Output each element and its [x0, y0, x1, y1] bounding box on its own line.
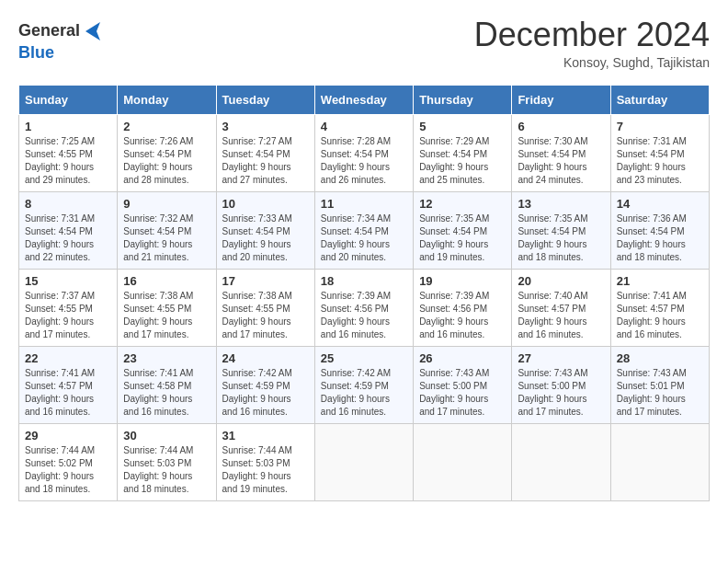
calendar-cell: 15 Sunrise: 7:37 AM Sunset: 4:55 PM Dayl… [19, 270, 118, 347]
day-info: Sunrise: 7:34 AM Sunset: 4:54 PM Dayligh… [321, 213, 407, 264]
calendar-cell: 31 Sunrise: 7:44 AM Sunset: 5:03 PM Dayl… [216, 424, 314, 501]
page-header: General Blue December 2024 Konsoy, Sughd… [18, 18, 710, 70]
day-number: 11 [321, 197, 407, 211]
day-info: Sunrise: 7:35 AM Sunset: 4:54 PM Dayligh… [518, 213, 604, 264]
calendar-cell: 12 Sunrise: 7:35 AM Sunset: 4:54 PM Dayl… [414, 192, 512, 270]
svg-marker-0 [85, 22, 100, 40]
day-info: Sunrise: 7:44 AM Sunset: 5:02 PM Dayligh… [25, 444, 111, 496]
calendar-cell: 22 Sunrise: 7:41 AM Sunset: 4:57 PM Dayl… [19, 347, 118, 424]
column-header-sunday: Sunday [19, 86, 118, 115]
day-info: Sunrise: 7:44 AM Sunset: 5:03 PM Dayligh… [222, 444, 309, 496]
calendar-cell: 21 Sunrise: 7:41 AM Sunset: 4:57 PM Dayl… [610, 270, 709, 347]
column-header-monday: Monday [118, 86, 216, 115]
day-info: Sunrise: 7:38 AM Sunset: 4:55 PM Dayligh… [123, 290, 210, 341]
calendar-cell [314, 424, 413, 501]
day-info: Sunrise: 7:42 AM Sunset: 4:59 PM Dayligh… [222, 367, 309, 419]
calendar-header-row: SundayMondayTuesdayWednesdayThursdayFrid… [19, 86, 710, 115]
calendar-cell: 11 Sunrise: 7:34 AM Sunset: 4:54 PM Dayl… [314, 192, 413, 270]
day-info: Sunrise: 7:44 AM Sunset: 5:03 PM Dayligh… [123, 444, 210, 496]
day-info: Sunrise: 7:27 AM Sunset: 4:54 PM Dayligh… [222, 135, 309, 187]
logo-bird-icon [82, 18, 104, 44]
day-info: Sunrise: 7:25 AM Sunset: 4:55 PM Dayligh… [25, 135, 111, 187]
day-number: 20 [518, 274, 604, 288]
day-info: Sunrise: 7:40 AM Sunset: 4:57 PM Dayligh… [518, 290, 604, 341]
calendar-cell: 20 Sunrise: 7:40 AM Sunset: 4:57 PM Dayl… [512, 270, 610, 347]
column-header-thursday: Thursday [414, 86, 512, 115]
day-number: 7 [617, 120, 703, 133]
day-number: 24 [222, 351, 309, 365]
calendar-cell: 3 Sunrise: 7:27 AM Sunset: 4:54 PM Dayli… [216, 115, 314, 192]
day-number: 14 [617, 197, 703, 211]
day-info: Sunrise: 7:35 AM Sunset: 4:54 PM Dayligh… [419, 213, 506, 264]
column-header-friday: Friday [512, 86, 610, 115]
day-info: Sunrise: 7:37 AM Sunset: 4:55 PM Dayligh… [25, 290, 111, 341]
day-number: 12 [419, 197, 506, 211]
day-info: Sunrise: 7:43 AM Sunset: 5:01 PM Dayligh… [617, 367, 703, 419]
day-info: Sunrise: 7:43 AM Sunset: 5:00 PM Dayligh… [518, 367, 604, 419]
calendar-cell: 6 Sunrise: 7:30 AM Sunset: 4:54 PM Dayli… [512, 115, 610, 192]
column-header-tuesday: Tuesday [216, 86, 314, 115]
calendar-cell [414, 424, 512, 501]
day-number: 23 [123, 351, 210, 365]
title-area: December 2024 Konsoy, Sughd, Tajikistan [474, 18, 710, 70]
location-subtitle: Konsoy, Sughd, Tajikistan [474, 55, 710, 70]
day-number: 30 [123, 429, 210, 442]
calendar-cell: 25 Sunrise: 7:42 AM Sunset: 4:59 PM Dayl… [314, 347, 413, 424]
day-number: 28 [617, 351, 703, 365]
day-number: 21 [617, 274, 703, 288]
calendar-cell: 14 Sunrise: 7:36 AM Sunset: 4:54 PM Dayl… [610, 192, 709, 270]
calendar-cell: 28 Sunrise: 7:43 AM Sunset: 5:01 PM Dayl… [610, 347, 709, 424]
day-number: 13 [518, 197, 604, 211]
day-number: 1 [25, 120, 111, 133]
calendar-cell: 16 Sunrise: 7:38 AM Sunset: 4:55 PM Dayl… [118, 270, 216, 347]
day-info: Sunrise: 7:31 AM Sunset: 4:54 PM Dayligh… [617, 135, 703, 187]
day-number: 26 [419, 351, 506, 365]
calendar-cell: 9 Sunrise: 7:32 AM Sunset: 4:54 PM Dayli… [118, 192, 216, 270]
day-number: 19 [419, 274, 506, 288]
calendar-week-row: 15 Sunrise: 7:37 AM Sunset: 4:55 PM Dayl… [19, 270, 710, 347]
logo-blue: Blue [18, 43, 54, 62]
day-info: Sunrise: 7:28 AM Sunset: 4:54 PM Dayligh… [321, 135, 407, 187]
day-number: 29 [25, 429, 111, 442]
day-number: 25 [321, 351, 407, 365]
calendar-cell: 10 Sunrise: 7:33 AM Sunset: 4:54 PM Dayl… [216, 192, 314, 270]
day-number: 17 [222, 274, 309, 288]
day-number: 6 [518, 120, 604, 133]
day-info: Sunrise: 7:29 AM Sunset: 4:54 PM Dayligh… [419, 135, 506, 187]
calendar-cell [512, 424, 610, 501]
day-info: Sunrise: 7:42 AM Sunset: 4:59 PM Dayligh… [321, 367, 407, 419]
day-number: 9 [123, 197, 210, 211]
day-number: 31 [222, 429, 309, 442]
calendar-cell: 23 Sunrise: 7:41 AM Sunset: 4:58 PM Dayl… [118, 347, 216, 424]
calendar-cell [610, 424, 709, 501]
month-title: December 2024 [474, 18, 710, 52]
day-number: 3 [222, 120, 309, 133]
day-info: Sunrise: 7:36 AM Sunset: 4:54 PM Dayligh… [617, 213, 703, 264]
calendar-cell: 5 Sunrise: 7:29 AM Sunset: 4:54 PM Dayli… [414, 115, 512, 192]
calendar-cell: 24 Sunrise: 7:42 AM Sunset: 4:59 PM Dayl… [216, 347, 314, 424]
day-number: 8 [25, 197, 111, 211]
day-number: 18 [321, 274, 407, 288]
day-info: Sunrise: 7:39 AM Sunset: 4:56 PM Dayligh… [419, 290, 506, 341]
calendar-table: SundayMondayTuesdayWednesdayThursdayFrid… [18, 85, 710, 501]
calendar-cell: 29 Sunrise: 7:44 AM Sunset: 5:02 PM Dayl… [19, 424, 118, 501]
calendar-week-row: 29 Sunrise: 7:44 AM Sunset: 5:02 PM Dayl… [19, 424, 710, 501]
day-info: Sunrise: 7:38 AM Sunset: 4:55 PM Dayligh… [222, 290, 309, 341]
day-info: Sunrise: 7:43 AM Sunset: 5:00 PM Dayligh… [419, 367, 506, 419]
day-info: Sunrise: 7:31 AM Sunset: 4:54 PM Dayligh… [25, 213, 111, 264]
calendar-cell: 13 Sunrise: 7:35 AM Sunset: 4:54 PM Dayl… [512, 192, 610, 270]
calendar-cell: 1 Sunrise: 7:25 AM Sunset: 4:55 PM Dayli… [19, 115, 118, 192]
calendar-cell: 27 Sunrise: 7:43 AM Sunset: 5:00 PM Dayl… [512, 347, 610, 424]
logo-general: General [18, 21, 80, 40]
day-number: 10 [222, 197, 309, 211]
column-header-wednesday: Wednesday [314, 86, 413, 115]
calendar-week-row: 8 Sunrise: 7:31 AM Sunset: 4:54 PM Dayli… [19, 192, 710, 270]
day-info: Sunrise: 7:32 AM Sunset: 4:54 PM Dayligh… [123, 213, 210, 264]
day-number: 27 [518, 351, 604, 365]
calendar-cell: 18 Sunrise: 7:39 AM Sunset: 4:56 PM Dayl… [314, 270, 413, 347]
day-number: 22 [25, 351, 111, 365]
day-info: Sunrise: 7:41 AM Sunset: 4:57 PM Dayligh… [25, 367, 111, 419]
day-number: 5 [419, 120, 506, 133]
calendar-cell: 17 Sunrise: 7:38 AM Sunset: 4:55 PM Dayl… [216, 270, 314, 347]
calendar-week-row: 22 Sunrise: 7:41 AM Sunset: 4:57 PM Dayl… [19, 347, 710, 424]
